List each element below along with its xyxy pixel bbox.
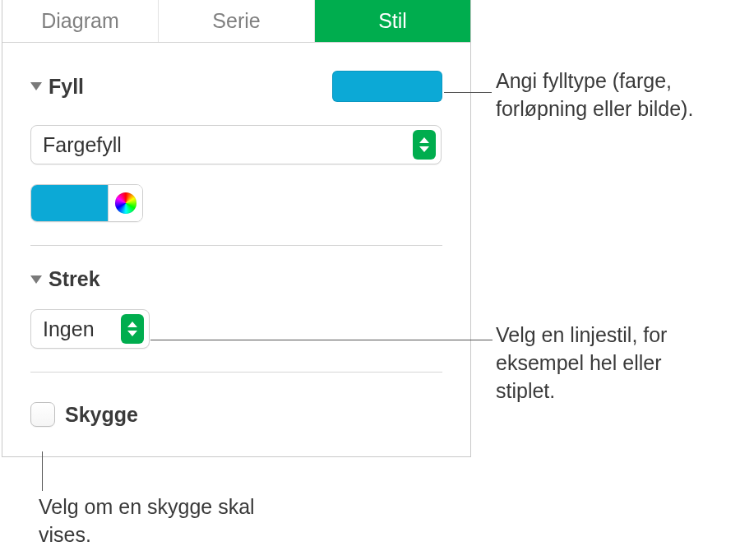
fill-color-well[interactable] [30,184,143,222]
callout-shadow: Velg om en skygge skal vises. [39,493,285,549]
fill-section: Fyll Fargefyll [2,71,470,222]
stroke-section: Strek Ingen [2,267,470,349]
stroke-title: Strek [49,267,100,291]
select-stepper-icon [413,130,436,160]
color-picker-button[interactable] [108,185,142,221]
callout-leader [42,451,43,491]
fill-disclosure-row[interactable]: Fyll [30,75,84,99]
fill-color-well-color [31,185,108,221]
fill-color-swatch[interactable] [332,71,442,102]
shadow-row: Skygge [30,402,442,456]
callout-stroke: Velg en linjestil, for eksempel hel elle… [496,322,726,405]
fill-type-value: Fargefyll [43,133,122,157]
fill-type-select[interactable]: Fargefyll [30,125,442,164]
tab-diagram[interactable]: Diagram [2,0,158,42]
inspector-tabs: Diagram Serie Stil [2,0,470,43]
chevron-down-icon [30,275,42,284]
callout-leader [444,92,492,93]
fill-section-header: Fyll [30,71,442,102]
stroke-section-header: Strek [30,267,442,291]
callout-leader [150,340,493,340]
color-wheel-icon [115,192,136,214]
chevron-down-icon [30,82,42,90]
select-stepper-icon [121,314,144,344]
tab-stil[interactable]: Stil [314,0,470,42]
divider [30,372,442,373]
shadow-label: Skygge [65,403,138,427]
fill-color-row [30,184,442,222]
divider [30,245,442,246]
callout-fill: Angi fylltype (farge, forløpning eller b… [496,67,734,123]
inspector-panel: Diagram Serie Stil Fyll Fargefyll [2,0,471,457]
fill-title: Fyll [49,75,84,99]
shadow-checkbox[interactable] [30,402,55,427]
stroke-style-select[interactable]: Ingen [30,309,150,349]
stroke-style-value: Ingen [43,317,95,341]
stroke-disclosure-row[interactable]: Strek [30,267,100,291]
shadow-section: Skygge [2,402,470,456]
tab-serie[interactable]: Serie [158,0,314,42]
